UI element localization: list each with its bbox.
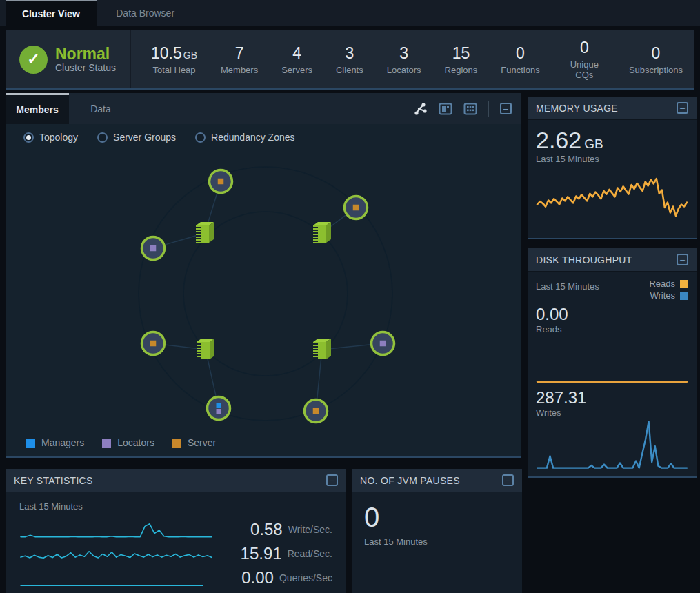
read-sec-sparkline [19, 544, 212, 563]
radio-server-groups[interactable]: Server Groups [97, 132, 176, 143]
collapse-memory-button[interactable]: − [677, 102, 688, 114]
server-swatch [172, 439, 181, 448]
stat-regions: 15 Regions [433, 44, 490, 75]
collapse-disk-button[interactable]: − [677, 254, 688, 265]
writes-swatch [680, 292, 688, 300]
members-panel-tabs: Members Data [6, 93, 521, 124]
write-sec-label: Write/Sec. [288, 524, 332, 535]
reads-swatch [680, 280, 688, 288]
radio-dot [97, 132, 108, 143]
memory-usage-value: 2.62GB [536, 127, 688, 154]
stat-value: 10.5 [151, 44, 182, 62]
radio-label: Topology [39, 132, 78, 143]
topology-view-options: Topology Server Groups Redundancy Zones [6, 124, 521, 150]
disk-reads-chart [536, 334, 688, 384]
legend-reads: Reads [649, 279, 688, 289]
jvm-pauses-title: NO. OF JVM PAUSES [360, 475, 460, 486]
stat-row-queries-sec: 0.00 Queries/Sec [19, 568, 332, 587]
legend-server: Server [172, 437, 216, 448]
disk-throughput-title: DISK THROUGHPUT [536, 254, 632, 265]
stat-subscriptions: 0 Subscriptions [617, 44, 694, 75]
disk-window-label: Last 15 Minutes [536, 279, 599, 292]
disk-reads-label: Reads [536, 324, 688, 334]
jvm-pauses-panel: NO. OF JVM PAUSES − 0 Last 15 Minutes [352, 469, 522, 593]
stat-unique-cqs: 0 Unique CQs [552, 39, 617, 80]
queries-sec-value: 0.00 [213, 568, 274, 587]
stat-functions: 0 Functions [489, 44, 551, 75]
disk-legend: Reads Writes [649, 279, 688, 302]
status-check-icon: ✓ [19, 46, 48, 74]
memory-usage-chart [536, 168, 688, 223]
stat-clients: 3 Clients [324, 44, 375, 75]
radio-label: Redundancy Zones [211, 132, 294, 143]
write-sec-value: 0.58 [222, 520, 283, 539]
key-statistics-panel: KEY STATISTICS − Last 15 Minutes 0.58 Wr… [6, 469, 346, 593]
jvm-window-label: Last 15 Minutes [364, 536, 510, 547]
pulse-dashboard: Cluster View Data Browser ✓ Normal Clust… [0, 0, 700, 593]
legend-locators: Locators [102, 437, 154, 448]
cluster-status-header: ✓ Normal Cluster Status 10.5GB Total Hea… [6, 30, 694, 90]
memory-usage-title: MEMORY USAGE [536, 103, 618, 114]
legend-managers: Managers [26, 437, 84, 448]
members-panel: Members Data [6, 93, 521, 458]
disk-reads-value: 0.00 [536, 305, 688, 324]
cluster-status-label: Cluster Status [55, 62, 116, 73]
radio-dot [23, 132, 34, 143]
disk-writes-chart [536, 418, 688, 470]
stat-row-read-sec: 15.91 Read/Sec. [19, 544, 332, 563]
radio-topology[interactable]: Topology [23, 132, 78, 143]
write-sec-sparkline [19, 520, 212, 539]
minus-icon: − [500, 103, 512, 114]
managers-swatch [26, 439, 35, 448]
tab-data-browser[interactable]: Data Browser [99, 0, 191, 26]
radio-dot [195, 132, 206, 143]
tab-members[interactable]: Members [6, 93, 69, 124]
topology-view-icon[interactable] [411, 99, 430, 119]
read-sec-value: 15.91 [221, 544, 282, 563]
cluster-status-value: Normal [55, 46, 116, 62]
radio-redundancy-zones[interactable]: Redundancy Zones [195, 132, 294, 143]
legend-writes: Writes [649, 290, 688, 301]
stat-total-heap: 10.5GB Total Heap [139, 44, 209, 75]
disk-throughput-panel: DISK THROUGHPUT − Last 15 Minutes Reads … [528, 248, 697, 478]
disk-writes-value: 287.31 [536, 388, 688, 408]
collapse-members-panel-button[interactable]: − [496, 99, 515, 119]
toolbar-divider [488, 101, 489, 117]
memory-usage-panel: MEMORY USAGE − 2.62GB Last 15 Minutes [528, 97, 697, 239]
queries-sec-label: Queries/Sec [279, 572, 332, 583]
stat-members: 7 Members [209, 44, 270, 75]
stat-label: Total Heap [151, 65, 197, 75]
grid-treemap-view-icon[interactable] [461, 99, 480, 119]
jvm-pauses-value: 0 [364, 503, 510, 531]
top-tab-bar: Cluster View Data Browser [0, 0, 700, 26]
stat-unit: GB [183, 50, 197, 61]
radio-label: Server Groups [113, 132, 176, 143]
tab-cluster-view[interactable]: Cluster View [6, 0, 97, 26]
stat-row-write-sec: 0.58 Write/Sec. [19, 520, 332, 539]
cluster-status: ✓ Normal Cluster Status [6, 30, 131, 88]
memory-window-label: Last 15 Minutes [536, 154, 688, 164]
disk-writes-label: Writes [536, 408, 688, 418]
cluster-stats: 10.5GB Total Heap 7 Members 4 Servers 3 … [131, 30, 694, 88]
collapse-key-stats-button[interactable]: − [326, 474, 338, 486]
locators-swatch [102, 439, 111, 448]
topology-legend: Managers Locators Server [26, 437, 216, 448]
read-sec-label: Read/Sec. [288, 548, 332, 559]
tab-data[interactable]: Data [69, 93, 132, 124]
topology-graph[interactable] [6, 151, 521, 427]
key-stats-window-label: Last 15 Minutes [19, 501, 332, 512]
stat-locators: 3 Locators [375, 44, 433, 75]
collapse-jvm-button[interactable]: − [502, 474, 514, 486]
key-statistics-title: KEY STATISTICS [14, 475, 93, 486]
stat-servers: 4 Servers [270, 44, 324, 75]
queries-sec-sparkline [19, 568, 203, 587]
grid-detail-view-icon[interactable] [436, 99, 455, 119]
